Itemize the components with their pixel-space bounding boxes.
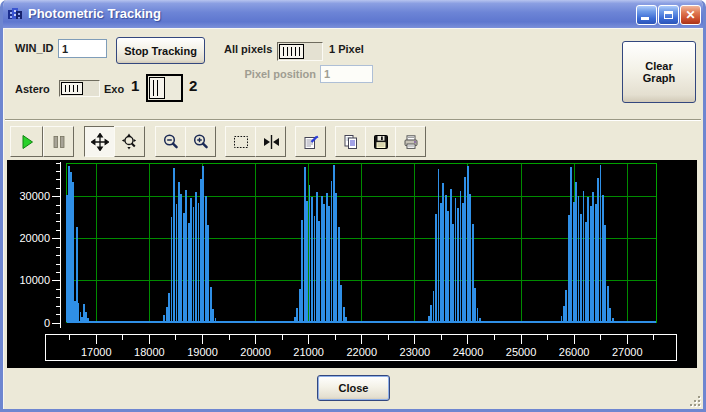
- select-region-button[interactable]: [225, 126, 256, 157]
- svg-text:21000: 21000: [293, 346, 324, 358]
- svg-text:23000: 23000: [400, 346, 431, 358]
- magnifier-minus-icon: [162, 133, 180, 151]
- cursor-triangles-icon: [262, 133, 280, 151]
- photometric-tracking-window: Photometric Tracking ✕ WIN_ID Stop Track…: [0, 0, 706, 412]
- zoom-out-button[interactable]: [155, 126, 186, 157]
- plot-area[interactable]: 0100002000030000170001800019000200002100…: [7, 160, 697, 368]
- titlebar[interactable]: Photometric Tracking ✕: [0, 0, 706, 28]
- client-area: WIN_ID Stop Tracking All pixels 1 Pixel …: [3, 28, 703, 409]
- maximize-icon: [664, 11, 673, 19]
- zoom-select-button[interactable]: [114, 126, 145, 157]
- save-button[interactable]: [365, 126, 396, 157]
- magnifier-arrows-icon: [121, 133, 139, 151]
- zoom-in-button[interactable]: [185, 126, 216, 157]
- exo-slider[interactable]: [146, 74, 183, 102]
- exo-slider-thumb[interactable]: [149, 77, 165, 99]
- exo-range-max: 2: [189, 77, 197, 94]
- window-close-button[interactable]: ✕: [680, 5, 701, 25]
- play-button[interactable]: [10, 126, 43, 157]
- all-pixels-label: All pixels: [224, 43, 272, 55]
- print-button[interactable]: [395, 126, 426, 157]
- svg-text:22000: 22000: [346, 346, 377, 358]
- svg-text:24000: 24000: [453, 346, 484, 358]
- stop-tracking-button[interactable]: Stop Tracking: [116, 37, 205, 64]
- one-pixel-label: 1 Pixel: [329, 43, 364, 55]
- slider-tick-marks-icon: [153, 80, 161, 96]
- save-icon: [372, 133, 390, 151]
- cursor-track-button[interactable]: [255, 126, 286, 157]
- minimize-button[interactable]: [636, 5, 657, 25]
- svg-text:0: 0: [44, 317, 50, 329]
- controls-divider: [5, 119, 701, 121]
- svg-text:10000: 10000: [19, 274, 50, 286]
- window-title: Photometric Tracking: [28, 0, 161, 28]
- astero-label: Astero: [15, 83, 50, 95]
- win-id-label: WIN_ID: [15, 42, 54, 54]
- svg-text:18000: 18000: [134, 346, 165, 358]
- maximize-button[interactable]: [658, 5, 679, 25]
- pan-button[interactable]: [84, 126, 115, 157]
- svg-text:30000: 30000: [19, 190, 50, 202]
- properties-button[interactable]: [295, 126, 326, 157]
- pan-arrows-icon: [91, 133, 109, 151]
- pause-button[interactable]: [43, 126, 74, 157]
- copy-button[interactable]: [335, 126, 366, 157]
- astero-slider[interactable]: [59, 80, 100, 97]
- print-icon: [402, 133, 420, 151]
- svg-text:27000: 27000: [612, 346, 643, 358]
- slider-tick-marks-icon: [65, 85, 79, 92]
- svg-text:20000: 20000: [19, 232, 50, 244]
- dialog-close-button[interactable]: Close: [317, 375, 390, 401]
- clear-graph-button[interactable]: Clear Graph: [622, 41, 696, 103]
- close-icon: ✕: [685, 8, 695, 22]
- dotted-rectangle-icon: [232, 133, 250, 151]
- svg-text:17000: 17000: [81, 346, 112, 358]
- play-icon: [18, 133, 36, 151]
- svg-text:26000: 26000: [559, 346, 590, 358]
- properties-icon: [302, 133, 320, 151]
- minimize-icon: [641, 17, 649, 20]
- all-pixels-slider[interactable]: [277, 42, 323, 61]
- slider-tick-marks-icon: [283, 47, 300, 56]
- pause-icon: [50, 133, 68, 151]
- exo-range-min: 1: [131, 77, 139, 94]
- magnifier-plus-icon: [192, 133, 210, 151]
- app-icon: [7, 6, 23, 22]
- astero-slider-thumb[interactable]: [61, 82, 83, 95]
- svg-text:19000: 19000: [187, 346, 218, 358]
- all-pixels-slider-thumb[interactable]: [279, 44, 304, 59]
- svg-text:20000: 20000: [240, 346, 271, 358]
- win-id-input[interactable]: [58, 39, 107, 58]
- resize-grip-icon[interactable]: [689, 395, 702, 408]
- svg-text:25000: 25000: [506, 346, 537, 358]
- pixel-position-input[interactable]: [320, 65, 373, 83]
- pixel-position-label: Pixel position: [243, 68, 316, 80]
- exo-label: Exo: [104, 83, 124, 95]
- chart-svg: 0100002000030000170001800019000200002100…: [7, 160, 697, 368]
- copy-icon: [342, 133, 360, 151]
